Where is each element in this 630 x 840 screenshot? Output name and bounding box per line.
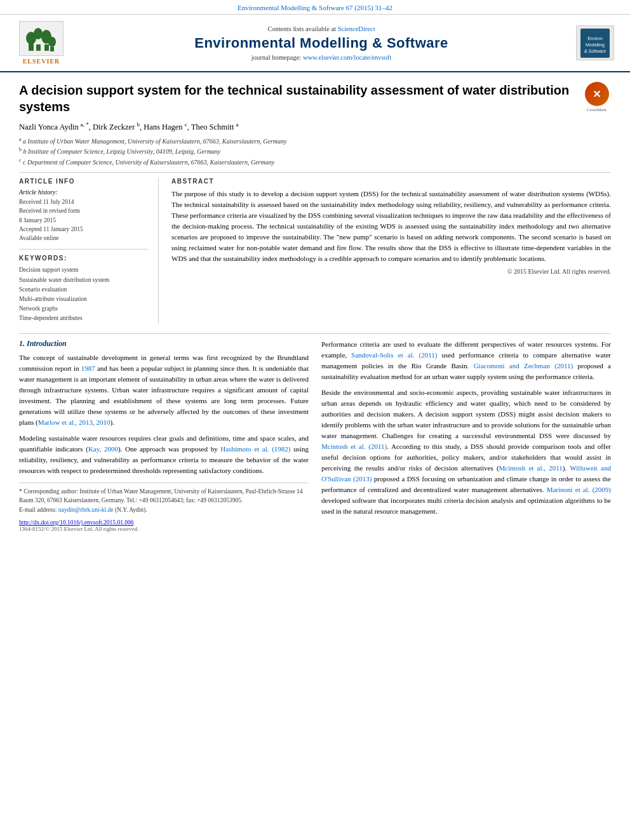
link-mcintosh[interactable]: Mcintosh et al. (2011) — [321, 443, 387, 450]
affiliations: a a Institute of Urban Water Management,… — [19, 136, 611, 167]
keywords-section: Keywords: Decision support system Sustai… — [19, 255, 149, 323]
copyright-line: © 2015 Elsevier Ltd. All rights reserved… — [171, 268, 611, 275]
author-dirk: Dirk Zeckzer b, — [93, 123, 144, 131]
sciencedirect-link[interactable]: ScienceDirect — [338, 25, 375, 32]
contents-available-text: Contents lists available at ScienceDirec… — [70, 25, 573, 32]
article-info-abstract-section: ARTICLE INFO Article history: Received 1… — [19, 178, 611, 323]
history-revised-date: 8 January 2015 — [19, 216, 149, 225]
svg-text:Modelling: Modelling — [586, 43, 605, 48]
body-right-column: Performance criteria are used to evaluat… — [321, 339, 611, 532]
intro-heading: 1. Introduction — [19, 339, 309, 349]
svg-rect-3 — [36, 44, 41, 51]
article-title: A decision support system for the techni… — [19, 82, 576, 115]
doi-link-section: http://dx.doi.org/10.1016/j.envsoft.2015… — [19, 519, 309, 526]
author-hans: Hans Hagen c, — [144, 123, 191, 131]
keyword-6: Time-dependent attributes — [19, 314, 149, 323]
keyword-4: Multi-attribute visualization — [19, 295, 149, 304]
journal-title: Environmental Modelling & Software — [70, 35, 573, 51]
journal-info-center: Contents lists available at ScienceDirec… — [70, 25, 573, 61]
crossmark-icon[interactable]: ✕ — [585, 82, 609, 106]
journal-logo-image: Environ Modelling & Software — [576, 25, 614, 60]
intro-para-2: Modeling sustainable water resources req… — [19, 433, 309, 476]
crossmark-section[interactable]: ✕ CrossMark — [582, 82, 611, 112]
body-left-column: 1. Introduction The concept of sustainab… — [19, 339, 309, 532]
svg-point-2 — [34, 28, 43, 39]
keyword-1: Decision support system — [19, 265, 149, 275]
link-mcintosh2[interactable]: Mcintosh et al., 2011 — [499, 464, 563, 472]
journal-citation-bar: Environmental Modelling & Software 67 (2… — [0, 0, 630, 15]
link-hashimoto[interactable]: Hashimoto et al. (1982) — [220, 445, 290, 453]
history-received: Received 11 July 2014 — [19, 197, 149, 206]
article-main: A decision support system for the techni… — [0, 72, 630, 538]
link-willuweit[interactable]: Willuweit and O'Sullivan (2013) — [321, 464, 611, 483]
keywords-label: Keywords: — [19, 255, 149, 262]
footnote-text: * Corresponding author: Institute of Urb… — [19, 487, 309, 505]
affiliation-b: b b Institute of Computer Science, Leipz… — [19, 146, 611, 156]
article-info-column: ARTICLE INFO Article history: Received 1… — [19, 178, 159, 323]
doi-link[interactable]: http://dx.doi.org/10.1016/j.envsoft.2015… — [19, 519, 134, 526]
svg-text:& Software: & Software — [584, 49, 606, 53]
keyword-2: Sustainable water distribution system — [19, 276, 149, 285]
footnote-area: * Corresponding author: Institute of Urb… — [19, 483, 309, 514]
link-marlow[interactable]: Marlow et al., 2013, 2010 — [38, 418, 111, 426]
svg-rect-5 — [44, 44, 49, 51]
affiliation-a: a a Institute of Urban Water Management,… — [19, 136, 611, 146]
journal-homepage-link[interactable]: www.elsevier.com/locate/envsoft — [303, 54, 391, 61]
issn-copyright: 1364-8152/© 2015 Elsevier Ltd. All right… — [19, 526, 309, 532]
journal-header: ELSEVIER Contents lists available at Sci… — [0, 15, 630, 72]
svg-text:Environ: Environ — [587, 36, 603, 41]
history-title: Article history: — [19, 189, 149, 196]
affiliation-c: c c Department of Computer Science, Univ… — [19, 157, 611, 167]
elsevier-brand: ELSEVIER — [23, 58, 60, 65]
elsevier-logo-image — [19, 21, 64, 56]
article-history: Article history: Received 11 July 2014 R… — [19, 189, 149, 243]
author-nazli: Nazli Yonca Aydin a, *, — [19, 123, 93, 131]
right-logo-section: Environ Modelling & Software — [573, 25, 617, 60]
crossmark-label: CrossMark — [587, 107, 607, 112]
journal-citation: Environmental Modelling & Software 67 (2… — [238, 4, 392, 11]
email-link[interactable]: naydin@rhrk.uni-kl.de — [58, 507, 114, 513]
body-content: 1. Introduction The concept of sustainab… — [19, 339, 611, 532]
author-theo: Theo Schmitt a — [191, 123, 239, 131]
journal-homepage: journal homepage: www.elsevier.com/locat… — [70, 54, 573, 61]
link-marinoni[interactable]: Marinoni et al. (2009) — [547, 486, 611, 493]
abstract-label: ABSTRACT — [171, 178, 611, 185]
article-info-label: ARTICLE INFO — [19, 178, 149, 185]
right-para-2: Beside the environmental and socio-econo… — [321, 387, 611, 517]
article-title-section: A decision support system for the techni… — [19, 82, 611, 115]
right-para-1: Performance criteria are used to evaluat… — [321, 339, 611, 382]
svg-point-6 — [48, 37, 56, 47]
link-giacomoni[interactable]: Giacomoni and Zechman (2011) — [474, 362, 573, 370]
keyword-3: Scenario evaluation — [19, 285, 149, 295]
keyword-5: Network graphs — [19, 304, 149, 314]
authors-line: Nazli Yonca Aydin a, *, Dirk Zeckzer b, … — [19, 121, 611, 132]
intro-para-1: The concept of sustainable development i… — [19, 352, 309, 428]
svg-rect-7 — [50, 47, 54, 51]
history-accepted: Accepted 11 January 2015 — [19, 225, 149, 234]
history-revised-label: Received in revised form — [19, 206, 149, 215]
link-kay[interactable]: Kay, 2000 — [88, 445, 118, 453]
link-sandoval[interactable]: Sandoval-Solis et al. (2011) — [351, 351, 437, 359]
divider-keywords — [19, 249, 149, 250]
abstract-text: The purpose of this study is to develop … — [171, 189, 611, 264]
divider-1 — [19, 172, 611, 173]
elsevier-logo-section: ELSEVIER — [13, 21, 70, 65]
email-line: E-mail address: naydin@rhrk.uni-kl.de (N… — [19, 505, 309, 514]
history-available: Available online — [19, 234, 149, 243]
divider-body — [19, 333, 611, 334]
link-1987[interactable]: 1987 — [81, 364, 95, 372]
abstract-column: ABSTRACT The purpose of this study is to… — [171, 178, 611, 323]
